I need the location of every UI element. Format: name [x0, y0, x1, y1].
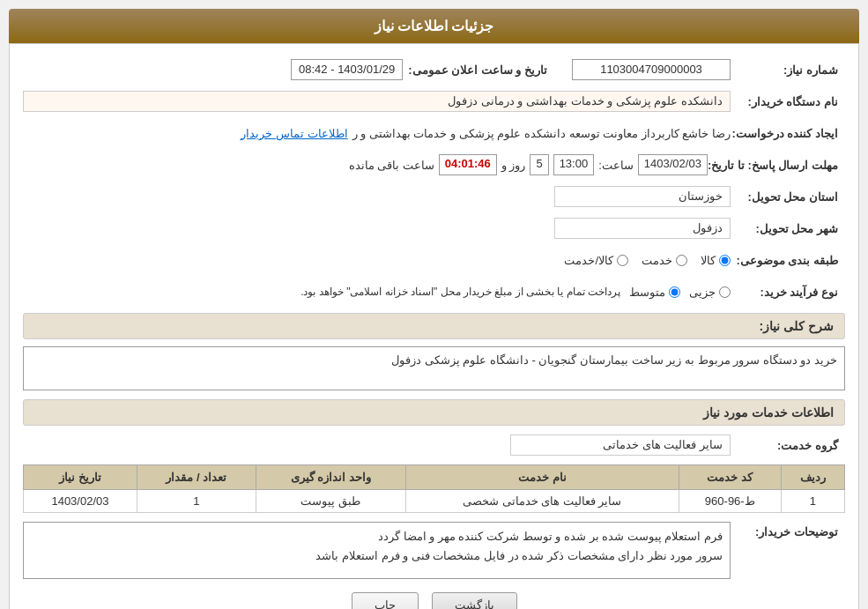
category-label-kala: کالا	[701, 254, 716, 267]
deadline-row: مهلت ارسال پاسخ: تا تاریخ: 1403/02/03 سا…	[23, 152, 845, 177]
cell-count: 1	[137, 490, 256, 513]
services-section-title: اطلاعات خدمات مورد نیاز	[23, 399, 845, 426]
col-header-unit: واحد اندازه گیری	[256, 465, 405, 490]
cell-name: سایر فعالیت های خدماتی شخصی	[405, 490, 679, 513]
province-label: استان محل تحویل:	[731, 190, 845, 204]
category-label: طبقه بندی موضوعی:	[731, 254, 845, 267]
page-header: جزئیات اطلاعات نیاز	[9, 9, 859, 43]
purchase-label-jozi: جزیی	[689, 286, 716, 299]
table-row: 1ط-96-960سایر فعالیت های خدماتی شخصیطبق …	[24, 490, 845, 513]
main-card: شماره نیاز: 1103004709000003 تاریخ و ساع…	[9, 43, 859, 609]
purchase-type-jozi: جزیی	[689, 286, 731, 299]
buyer-notes-label: توضیحات خریدار:	[731, 522, 845, 538]
order-number-label: شماره نیاز:	[731, 63, 845, 77]
creator-label: ایجاد کننده درخواست:	[731, 127, 845, 140]
buyer-notes-content: فرم استعلام پیوست شده بر شده و توسط شرکت…	[23, 522, 731, 579]
purchase-type-row: نوع فرآیند خرید: جزیی متوسط پرداخت تمام …	[23, 279, 845, 304]
purchase-type-motawaset: متوسط	[629, 286, 680, 299]
buyer-notes-row: توضیحات خریدار: فرم استعلام پیوست شده بر…	[23, 522, 845, 579]
purchase-label-motawaset: متوسط	[629, 286, 665, 299]
province-row: استان محل تحویل: خوزستان	[23, 184, 845, 209]
purchase-type-note: پرداخت تمام یا بخشی از مبلغ خریدار محل "…	[300, 286, 620, 298]
deadline-label: مهلت ارسال پاسخ: تا تاریخ:	[708, 159, 845, 172]
category-radio-kala[interactable]	[719, 255, 731, 266]
cell-date: 1403/02/03	[24, 490, 137, 513]
buyer-value: دانشکده علوم پزشکی و خدمات بهداشتی و درم…	[23, 91, 731, 112]
province-value: خوزستان	[554, 186, 731, 207]
announce-value: 1403/01/29 - 08:42	[291, 59, 403, 80]
category-label-khedmat: خدمت	[642, 254, 672, 267]
city-row: شهر محل تحویل: دزفول	[23, 216, 845, 241]
deadline-remaining-label: ساعت باقی مانده	[349, 159, 434, 172]
buyer-label: نام دستگاه خریدار:	[731, 95, 845, 108]
purchase-radio-motawaset[interactable]	[669, 286, 680, 298]
order-number-value: 1103004709000003	[572, 59, 731, 80]
service-group-label: گروه خدمت:	[731, 439, 845, 452]
description-title-text: شرح کلی نیاز:	[760, 319, 834, 333]
back-button[interactable]: بازگشت	[432, 592, 517, 609]
category-option-kala: کالا	[701, 254, 731, 267]
category-label-kala-khedmat: کالا/خدمت	[564, 254, 613, 267]
print-button[interactable]: چاپ	[352, 592, 419, 609]
deadline-time-label: ساعت:	[598, 159, 634, 172]
col-header-code: کد خدمت	[679, 465, 781, 490]
city-value: دزفول	[554, 218, 731, 239]
deadline-remaining: 04:01:46	[439, 154, 497, 175]
creator-link[interactable]: اطلاعات تماس خریدار	[241, 127, 347, 140]
action-buttons: بازگشت چاپ	[23, 592, 845, 609]
city-label: شهر محل تحویل:	[731, 222, 845, 235]
col-header-name: نام خدمت	[405, 465, 679, 490]
creator-value: رضا خاشع کاربرداز معاونت توسعه دانشکده ع…	[352, 127, 731, 140]
deadline-day-label: روز و	[501, 159, 526, 172]
buyer-notes-line2: سرور مورد نظر دارای مشخصات ذکر شده در فا…	[31, 546, 723, 566]
deadline-days: 5	[530, 154, 548, 175]
cell-code: ط-96-960	[679, 490, 781, 513]
purchase-radio-jozi[interactable]	[719, 286, 731, 298]
purchase-type-options: جزیی متوسط پرداخت تمام یا بخشی از مبلغ خ…	[23, 286, 731, 299]
purchase-type-label: نوع فرآیند خرید:	[731, 286, 845, 299]
description-section-title: شرح کلی نیاز:	[23, 313, 845, 339]
buyer-row: نام دستگاه خریدار: دانشکده علوم پزشکی و …	[23, 89, 845, 114]
deadline-date: 1403/02/03	[638, 154, 708, 175]
description-area: خرید دو دستگاه سرور مربوط به زیر ساخت بی…	[23, 346, 845, 390]
creator-row: ایجاد کننده درخواست: رضا خاشع کاربرداز م…	[23, 121, 845, 145]
col-header-row: ردیف	[781, 465, 844, 490]
category-option-kala-khedmat: کالا/خدمت	[564, 254, 628, 267]
deadline-time: 13:00	[553, 154, 595, 175]
category-option-khedmat: خدمت	[642, 254, 687, 267]
deadline-date-row: 1403/02/03 ساعت: 13:00 5 روز و 04:01:46 …	[23, 154, 708, 175]
cell-row: 1	[781, 490, 844, 513]
category-radio-kala-khedmat[interactable]	[617, 255, 628, 266]
services-title-text: اطلاعات خدمات مورد نیاز	[703, 405, 834, 420]
announce-label: تاریخ و ساعت اعلان عمومی:	[408, 63, 554, 77]
buyer-notes-line1: فرم استعلام پیوست شده بر شده و توسط شرکت…	[31, 527, 723, 546]
table-header-row: ردیف کد خدمت نام خدمت واحد اندازه گیری ت…	[24, 465, 845, 490]
services-table: ردیف کد خدمت نام خدمت واحد اندازه گیری ت…	[23, 464, 845, 513]
order-number-row: شماره نیاز: 1103004709000003 تاریخ و ساع…	[23, 57, 845, 82]
page-title: جزئیات اطلاعات نیاز	[375, 19, 494, 33]
service-group-value: سایر فعالیت های خدماتی	[510, 434, 731, 456]
cell-unit: طبق پیوست	[256, 490, 405, 513]
description-value: خرید دو دستگاه سرور مربوط به زیر ساخت بی…	[23, 346, 845, 390]
category-row: طبقه بندی موضوعی: کالا خدمت کالا/خدمت	[23, 248, 845, 272]
col-header-count: تعداد / مقدار	[137, 465, 256, 490]
col-header-date: تاریخ نیاز	[24, 465, 137, 490]
buyer-notes-textarea: فرم استعلام پیوست شده بر شده و توسط شرکت…	[23, 522, 731, 579]
service-group-row: گروه خدمت: سایر فعالیت های خدماتی	[23, 433, 845, 457]
category-radio-khedmat[interactable]	[676, 255, 687, 266]
category-options: کالا خدمت کالا/خدمت	[23, 254, 731, 267]
